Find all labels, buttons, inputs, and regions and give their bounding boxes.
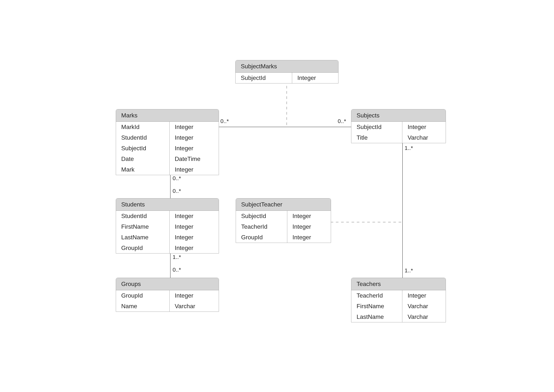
field-row: SubjectId Integer bbox=[116, 143, 219, 154]
entity-title: Groups bbox=[116, 278, 219, 290]
entity-marks[interactable]: Marks MarkId Integer StudentId Integer S… bbox=[116, 109, 219, 175]
field-row: FirstName Varchar bbox=[351, 301, 446, 312]
field-row: SubjectId Integer bbox=[351, 122, 446, 132]
entity-subjectmarks[interactable]: SubjectMarks SubjectId Integer bbox=[235, 60, 338, 84]
entity-title: Students bbox=[116, 198, 219, 211]
entity-subjects[interactable]: Subjects SubjectId Integer Title Varchar bbox=[351, 109, 446, 143]
multiplicity-label: 0..* bbox=[173, 266, 181, 273]
field-row: GroupId Integer bbox=[236, 232, 331, 243]
multiplicity-label: 0..* bbox=[338, 118, 346, 124]
entity-title: SubjectMarks bbox=[235, 60, 338, 73]
field-row: StudentId Integer bbox=[116, 132, 219, 143]
connector-lines bbox=[0, 0, 554, 392]
field-row: TeacherId Integer bbox=[236, 221, 331, 232]
multiplicity-label: 0..* bbox=[173, 175, 181, 182]
multiplicity-label: 1..* bbox=[173, 254, 181, 260]
field-row: StudentId Integer bbox=[116, 211, 219, 221]
entity-students[interactable]: Students StudentId Integer FirstName Int… bbox=[116, 198, 219, 253]
multiplicity-label: 1..* bbox=[405, 145, 413, 151]
field-row: LastName Integer bbox=[116, 232, 219, 243]
field-row: SubjectId Integer bbox=[235, 73, 338, 83]
field-row: GroupId Integer bbox=[116, 243, 219, 253]
entity-title: Marks bbox=[116, 109, 219, 122]
entity-title: Teachers bbox=[351, 278, 446, 290]
entity-title: Subjects bbox=[351, 109, 446, 122]
field-row: GroupId Integer bbox=[116, 290, 219, 301]
entity-teachers[interactable]: Teachers TeacherId Integer FirstName Var… bbox=[351, 278, 446, 322]
entity-subjectteacher[interactable]: SubjectTeacher SubjectId Integer Teacher… bbox=[236, 198, 331, 243]
entity-groups[interactable]: Groups GroupId Integer Name Varchar bbox=[116, 278, 219, 312]
field-row: SubjectId Integer bbox=[236, 211, 331, 221]
field-row: Name Varchar bbox=[116, 301, 219, 312]
field-row: LastName Varchar bbox=[351, 312, 446, 322]
entity-title: SubjectTeacher bbox=[236, 198, 331, 211]
field-row: TeacherId Integer bbox=[351, 290, 446, 301]
field-row: FirstName Integer bbox=[116, 221, 219, 232]
multiplicity-label: 0..* bbox=[220, 118, 229, 124]
field-row: MarkId Integer bbox=[116, 122, 219, 132]
field-row: Date DateTime bbox=[116, 154, 219, 164]
multiplicity-label: 0..* bbox=[173, 188, 181, 194]
multiplicity-label: 1..* bbox=[405, 267, 413, 274]
field-row: Mark Integer bbox=[116, 164, 219, 175]
field-row: Title Varchar bbox=[351, 132, 446, 143]
